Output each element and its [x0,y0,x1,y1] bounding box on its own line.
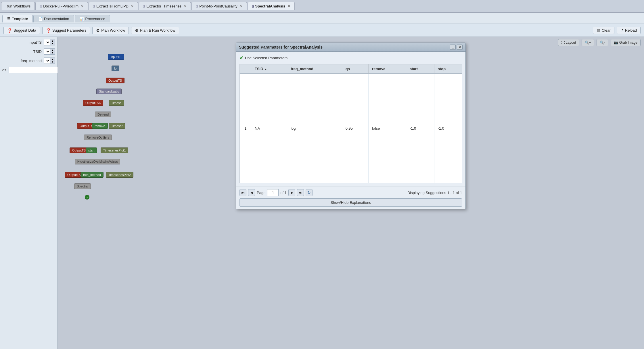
use-selected-params-button[interactable]: ✔ Use Selected Parameters [239,55,462,61]
tab-provenance[interactable]: 📊 Provenance [75,15,110,22]
tab-extractor-ts-label: Extractor_Timeseries [146,4,181,8]
top-tab-bar: Run Workflows ⎘ DockerPull-Pyleoclim ✕ ⎘… [0,0,644,13]
page-input[interactable] [267,189,279,196]
plan-run-label: Plan & Run Workflow [140,28,175,32]
dialog-footer: ⏮ ◀ Page of 1 ▶ ⏭ ↻ Displaying Suggestio… [236,187,465,209]
dialog-title: Suggested Parameters for SpectralAnalysi… [239,45,323,49]
workflow-icon-spectral: ⎘ [252,4,254,8]
inputts-down-arrow[interactable]: ▼ [51,42,54,45]
col-header-qs[interactable]: qs [342,64,368,74]
freq-method-select[interactable] [44,57,50,64]
col-header-freq-method[interactable]: freq_method [287,64,342,74]
tsid-select[interactable] [44,48,50,55]
dialog-controls: _ ✕ [450,45,463,50]
tab-point-causality[interactable]: ⎘ Point-to-PointCausality ✕ [191,2,247,10]
suggest-parameters-icon: ❓ [46,28,51,33]
tab-run-workflows[interactable]: Run Workflows [1,2,35,10]
suggest-parameters-button[interactable]: ❓ Suggest Parameters [42,27,90,34]
show-hide-label: Show/Hide Explanations [331,200,371,205]
workflow-icon-docker: ⎘ [40,4,42,8]
freq-down-arrow[interactable]: ▼ [51,61,54,63]
suggest-data-icon: ❓ [7,28,12,33]
use-params-label: Use Selected Parameters [245,56,288,60]
tab-extract-ts[interactable]: ⎘ ExtractTsFromLiPD ✕ [89,2,138,10]
label-freq-method: freq_method [2,59,44,63]
dialog-minimize-button[interactable]: _ [450,45,456,50]
workflow-canvas: ⛶ Layout 🔍+ 🔍- 📷 Grab Image InputTS lo O… [57,37,644,349]
cell-start-1: -1.0 [406,74,434,183]
col-header-tsid[interactable]: TSID [251,64,287,74]
cell-stop-1: -1.0 [434,74,462,183]
col-header-rownum [240,64,251,74]
plan-run-icon: ⚙ [135,28,139,33]
label-qs: qs [2,68,9,72]
next-page-button[interactable]: ▶ [288,189,295,196]
tab-provenance-label: Provenance [85,17,105,21]
clear-button[interactable]: 🗑 Clear [593,27,614,34]
tab-template-label: Template [12,17,28,21]
total-pages-label: of 1 [280,191,287,195]
suggest-data-button[interactable]: ❓ Suggest Data [3,27,40,34]
last-page-button[interactable]: ⏭ [297,189,304,196]
provenance-icon: 📊 [80,17,84,21]
col-header-start[interactable]: start [406,64,434,74]
form-panel: InputTS ▲ ▼ TSID ▲ ▼ freq_method [0,37,57,349]
prev-page-button[interactable]: ◀ [248,189,255,196]
clear-label: Clear [602,28,611,32]
inputts-up-arrow[interactable]: ▲ [51,40,54,42]
tab-documentation-label: Documentation [44,17,69,21]
pagination-row: ⏮ ◀ Page of 1 ▶ ⏭ ↻ Displaying Suggestio… [239,189,462,196]
form-row-inputts: InputTS ▲ ▼ [2,39,55,45]
suggest-data-label: Suggest Data [14,28,36,32]
refresh-button[interactable]: ↻ [306,189,313,196]
show-hide-explanations-button[interactable]: Show/Hide Explanations [239,198,462,207]
tab-extractor-ts[interactable]: ⎘ Extractor_Timeseries ✕ [139,2,191,10]
suggested-params-dialog: Suggested Parameters for SpectralAnalysi… [236,43,466,209]
tab-point-causality-label: Point-to-PointCausality [199,4,237,8]
tab-documentation[interactable]: 📄 Documentation [33,15,74,22]
tab-extract-ts-label: ExtractTsFromLiPD [96,4,129,8]
input-ts-select[interactable] [44,39,50,45]
reload-label: Reload [625,28,637,32]
workflow-icon-extract: ⎘ [93,4,95,8]
displaying-text: Displaying Suggestions 1 - 1 of 1 [407,191,462,195]
modal-overlay: Suggested Parameters for SpectralAnalysi… [57,37,644,349]
label-tsid: TSID [2,49,44,54]
main-area: InputTS ▲ ▼ TSID ▲ ▼ freq_method [0,37,644,349]
cell-tsid-1: NA [251,74,287,183]
tab-spectral-analysis[interactable]: ⎘ SpectralAnalysis ✕ [248,2,295,10]
form-row-qs: qs [2,67,55,73]
plan-workflow-icon: ⚙ [96,28,100,33]
freq-up-arrow[interactable]: ▲ [51,58,54,61]
dialog-close-button[interactable]: ✕ [457,45,463,50]
close-docker-tab[interactable]: ✕ [81,4,84,8]
tab-docker-pull[interactable]: ⎘ DockerPull-Pyleoclim ✕ [35,2,88,10]
cell-remove-1: false [369,74,406,183]
cell-rownum-1: 1 [240,74,251,183]
close-spectral-tab[interactable]: ✕ [288,4,290,8]
table-header-row: TSID freq_method qs remove [240,64,462,74]
plan-workflow-button[interactable]: ⚙ Plan Workflow [92,27,129,34]
reload-icon: ↺ [620,28,624,32]
table-row[interactable]: 1 NA log 0.95 false -1.0 -1.0 [240,74,462,183]
documentation-icon: 📄 [38,17,43,21]
suggest-parameters-label: Suggest Parameters [52,28,87,32]
cell-qs-1: 0.95 [342,74,368,183]
first-page-button[interactable]: ⏮ [239,189,246,196]
tsid-up-arrow[interactable]: ▲ [51,49,54,51]
form-row-freq: freq_method ▲ ▼ [2,57,55,64]
tsid-down-arrow[interactable]: ▼ [51,51,54,54]
tab-run-workflows-label: Run Workflows [5,4,30,8]
tab-template[interactable]: ☰ Template [2,15,33,22]
close-causality-tab[interactable]: ✕ [240,4,243,8]
close-extractor-tab[interactable]: ✕ [184,4,187,8]
workflow-icon-causality: ⎘ [196,4,198,8]
dialog-titlebar: Suggested Parameters for SpectralAnalysi… [236,43,465,52]
reload-button[interactable]: ↺ Reload [617,27,641,34]
toolbar: ❓ Suggest Data ❓ Suggest Parameters ⚙ Pl… [0,24,644,37]
col-header-remove[interactable]: remove [369,64,406,74]
plan-run-workflow-button[interactable]: ⚙ Plan & Run Workflow [131,27,179,34]
close-extract-tab[interactable]: ✕ [131,4,134,8]
col-header-stop[interactable]: stop [434,64,462,74]
qs-input[interactable] [9,67,58,73]
